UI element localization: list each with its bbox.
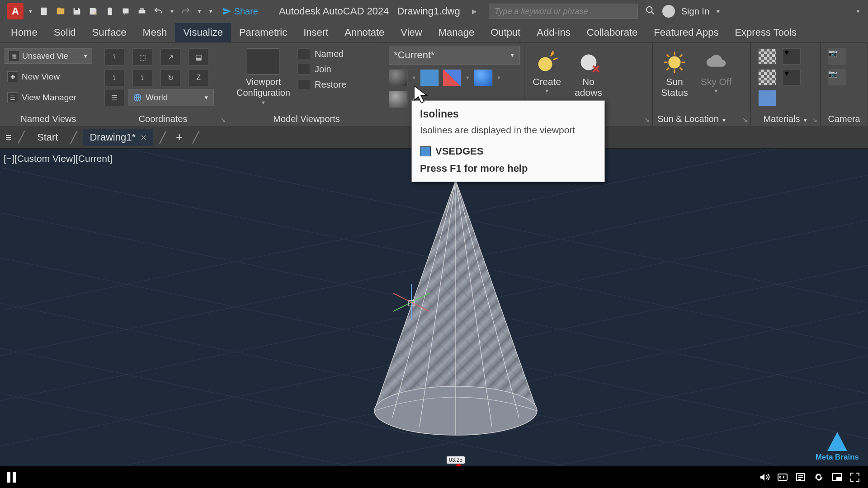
video-controls	[0, 466, 868, 488]
print-icon[interactable]	[135, 5, 149, 18]
plot-icon[interactable]	[119, 5, 132, 18]
settings-icon[interactable]	[813, 471, 825, 483]
ucs-icon-5[interactable]: ⟟	[104, 69, 124, 86]
tab-home[interactable]: Home	[3, 23, 46, 42]
ucs-icon-6[interactable]: ⟟	[132, 69, 152, 86]
visual-style-combo[interactable]: *Current* ▼	[389, 46, 520, 65]
search-icon[interactable]	[645, 5, 655, 18]
sign-in-button[interactable]: Sign In	[681, 6, 709, 17]
model-viewport[interactable]: [−][Custom View][Current]	[0, 149, 868, 466]
panel-expand-materials[interactable]: ↘	[812, 116, 817, 123]
ucs-icon-2[interactable]: ⬚	[132, 48, 152, 66]
materials-icon-3[interactable]	[758, 69, 776, 85]
viewport-config-button[interactable]: Viewport Configuration ▼	[236, 48, 290, 105]
materials-browser-icon[interactable]	[758, 48, 776, 65]
panel-coordinates: ⟟ ⬚ ↗ ⬓ ⟟ ⟟ ↻ Z ☰ World ▼ Coordinates ↘	[97, 43, 229, 126]
sign-in-dropdown[interactable]: ▼	[714, 9, 722, 14]
save-icon[interactable]	[70, 5, 84, 18]
qat-dropdown[interactable]: ▼	[207, 9, 215, 14]
ucs-icon-1[interactable]: ⟟	[104, 48, 124, 66]
sun-status-button[interactable]: Sun Status	[661, 49, 688, 98]
view-combo[interactable]: ▦ Unsaved Vie ▼	[5, 48, 92, 64]
tab-menu-icon[interactable]: ≡	[5, 131, 12, 144]
panel-model-viewports: Viewport Configuration ▼ Named Join Rest…	[229, 43, 384, 126]
tab-view[interactable]: View	[392, 23, 430, 42]
panel-expand-coordinates[interactable]: ↘	[221, 116, 226, 123]
pause-button[interactable]	[7, 472, 19, 483]
svg-rect-17	[837, 477, 840, 480]
tab-annotate[interactable]: Annotate	[336, 23, 392, 42]
tab-manage[interactable]: Manage	[430, 23, 483, 42]
ucs-icon-8[interactable]: Z	[189, 69, 208, 86]
materials-icon-2[interactable]: ▼	[783, 48, 801, 65]
tab-featured-apps[interactable]: Featured Apps	[646, 23, 726, 42]
sun-icon	[661, 49, 688, 75]
titlebar-dropdown[interactable]: ▼	[855, 8, 861, 14]
ucs-icon-7[interactable]: ↻	[160, 69, 180, 86]
save-as-icon[interactable]	[86, 5, 100, 18]
viewport-restore-button[interactable]: Restore	[297, 79, 346, 90]
panel-sun-location: Sun Status Sky Off ▼ Sun & Location ▼ ↘	[653, 43, 751, 126]
tab-drawing1[interactable]: Drawing1* ✕	[83, 129, 153, 146]
ucs-icon-3[interactable]: ↗	[160, 48, 180, 66]
transcript-icon[interactable]	[795, 471, 807, 483]
viewport-named-button[interactable]: Named	[297, 48, 346, 59]
user-avatar-icon[interactable]	[662, 5, 675, 18]
tab-addins[interactable]: Add-ins	[528, 23, 579, 42]
captions-icon[interactable]	[777, 471, 788, 483]
app-icon[interactable]: A	[7, 3, 24, 19]
xray-button[interactable]	[389, 91, 408, 108]
share-icon	[222, 7, 231, 16]
world-combo[interactable]: World ▼	[128, 89, 214, 106]
redo-icon[interactable]	[179, 5, 193, 18]
app-menu-dropdown[interactable]: ▼	[26, 9, 35, 14]
no-shadows-button[interactable]: No adows	[575, 49, 602, 98]
panel-expand-lights[interactable]: ↘	[644, 116, 650, 123]
tab-close-icon[interactable]: ✕	[140, 133, 147, 142]
camera-show-icon[interactable]: 📷	[828, 69, 846, 85]
file-arrow-icon[interactable]: ▶	[472, 8, 477, 15]
panel-label-materials[interactable]: Materials ▼	[751, 114, 820, 124]
tab-mesh[interactable]: Mesh	[134, 23, 175, 42]
view-manager-button[interactable]: ☰ View Manager	[5, 90, 79, 105]
undo-dropdown[interactable]: ▼	[168, 9, 176, 14]
face-color-button[interactable]	[443, 69, 462, 86]
materials-icon-4[interactable]: ▼	[783, 69, 801, 85]
new-icon[interactable]	[38, 5, 51, 18]
undo-icon[interactable]	[151, 5, 165, 18]
new-view-button[interactable]: ✚ New View	[5, 70, 62, 84]
tab-add-button[interactable]: +	[172, 130, 186, 144]
tab-insert[interactable]: Insert	[295, 23, 336, 42]
tab-output[interactable]: Output	[482, 23, 528, 42]
tooltip-help: Press F1 for more help	[420, 163, 596, 174]
tab-visualize[interactable]: Visualize	[175, 23, 231, 42]
viewport-join-button[interactable]: Join	[297, 64, 346, 75]
volume-icon[interactable]	[759, 471, 770, 483]
camera-create-icon[interactable]: 📷	[828, 48, 846, 65]
open-icon[interactable]	[54, 5, 67, 18]
materials-icon-5[interactable]	[758, 90, 776, 106]
ucs-named-icon[interactable]: ☰	[104, 89, 124, 106]
tab-express-tools[interactable]: Express Tools	[726, 23, 805, 42]
panel-label-sun[interactable]: Sun & Location ▼	[653, 114, 750, 124]
sky-off-button[interactable]: Sky Off ▼	[701, 49, 731, 98]
shaded-button[interactable]	[474, 69, 493, 86]
svg-point-8	[538, 57, 552, 71]
tab-surface[interactable]: Surface	[84, 23, 135, 42]
fullscreen-icon[interactable]	[849, 471, 861, 483]
create-light-button[interactable]: Create ▼	[533, 49, 561, 98]
share-button[interactable]: Share	[218, 6, 263, 17]
tab-parametric[interactable]: Parametric	[231, 23, 295, 42]
cone-model[interactable]	[347, 176, 564, 456]
panel-expand-sun[interactable]: ↘	[742, 116, 748, 123]
svg-point-10	[668, 56, 680, 68]
tab-start[interactable]: Start	[31, 129, 64, 146]
search-input[interactable]: Type a keyword or phrase	[489, 4, 638, 19]
redo-dropdown[interactable]: ▼	[195, 9, 204, 14]
tab-solid[interactable]: Solid	[46, 23, 84, 42]
web-mobile-icon[interactable]	[103, 5, 116, 18]
pip-icon[interactable]	[831, 471, 843, 483]
tab-collaborate[interactable]: Collaborate	[579, 23, 646, 42]
isolines-button[interactable]	[389, 69, 408, 86]
ucs-icon-4[interactable]: ⬓	[189, 48, 208, 66]
